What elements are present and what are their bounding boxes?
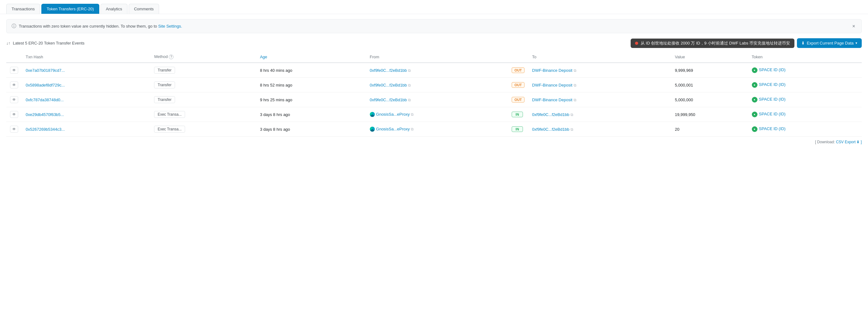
row-eye-button[interactable]: 👁 (10, 82, 18, 88)
from-address-link[interactable]: GnosisSa...eProxy (376, 112, 410, 117)
tooltip-dot (635, 42, 638, 45)
gnosis-icon (370, 112, 375, 117)
tooltip-text: 从 ID 创世地址处接收 2000 万 ID，9 小时前通过 DWF Labs … (641, 40, 790, 46)
token-icon: ● (752, 112, 757, 117)
tabs-bar: TransactionsToken Transfers (ERC-20)Anal… (0, 0, 868, 14)
banner-close-button[interactable]: × (851, 24, 857, 29)
row-eye-button[interactable]: 👁 (10, 96, 18, 103)
col-age[interactable]: Age (256, 51, 366, 63)
to-copy-icon[interactable]: ⧉ (574, 98, 577, 102)
txn-hash-link[interactable]: 0x5267269b5344c3... (26, 127, 65, 132)
token-link[interactable]: SPACE ID (ID) (759, 97, 786, 102)
method-badge: Transfer (154, 67, 175, 74)
row-eye-button[interactable]: 👁 (10, 67, 18, 74)
toolbar-left: ↓↑ Latest 5 ERC-20 Token Transfer Events (6, 41, 85, 46)
from-copy-icon[interactable]: ⧉ (408, 68, 411, 73)
row-value: 5,000,000 (671, 92, 748, 107)
tab-token-transfers[interactable]: Token Transfers (ERC-20) (41, 4, 99, 14)
info-icon: ⓘ (11, 23, 16, 29)
to-copy-icon[interactable]: ⧉ (570, 113, 574, 117)
footer-prefix: [ Download: (815, 140, 835, 144)
col-token: Token (748, 51, 862, 63)
row-value: 19,999,950 (671, 107, 748, 122)
to-address-link[interactable]: 0xf9fe0C...f2eBd1bb (532, 112, 569, 117)
from-address-link[interactable]: 0xf9fe0C...f2eBd1bb (370, 97, 407, 102)
token-icon: ● (752, 126, 757, 132)
export-button[interactable]: ⬇ Export Current Page Data ▾ (797, 38, 862, 48)
direction-badge: OUT (512, 67, 525, 73)
banner-content: ⓘ Transactions with zero token value are… (11, 23, 182, 29)
table-title: Latest 5 ERC-20 Token Transfer Events (13, 41, 85, 46)
method-badge: Exec Transa... (154, 126, 185, 133)
method-help-icon[interactable]: ? (169, 55, 174, 59)
table-row: 👁0xfc787da38748d0...Transfer9 hrs 25 min… (6, 92, 862, 107)
row-eye-button[interactable]: 👁 (10, 111, 18, 118)
row-age: 3 days 8 hrs ago (256, 122, 366, 137)
token-link[interactable]: SPACE ID (ID) (759, 82, 786, 87)
row-age: 3 days 8 hrs ago (256, 107, 366, 122)
to-address-link[interactable]: DWF-Binance Deposit (532, 83, 572, 87)
tab-comments[interactable]: Comments (129, 4, 159, 14)
toolbar-right: 从 ID 创世地址处接收 2000 万 ID，9 小时前通过 DWF Labs … (631, 38, 862, 48)
table-row: 👁0x5267269b5344c3...Exec Transa...3 days… (6, 122, 862, 137)
banner-main-text: Transactions with zero token value are c… (19, 24, 158, 29)
token-link[interactable]: SPACE ID (ID) (759, 112, 786, 116)
table-footer: [ Download: CSV Export ⬇ ] (0, 137, 868, 147)
table-row: 👁0x5898adef8df729c...Transfer8 hrs 52 mi… (6, 78, 862, 92)
csv-export-link[interactable]: CSV Export ⬇ ] (836, 140, 862, 144)
col-from: From (366, 51, 508, 63)
tab-analytics[interactable]: Analytics (100, 4, 127, 14)
txn-hash-link[interactable]: 0xe7a07b01879cd7... (26, 68, 65, 73)
site-settings-link[interactable]: Site Settings. (158, 24, 182, 29)
method-badge: Transfer (154, 82, 175, 88)
to-copy-icon[interactable]: ⧉ (570, 127, 574, 132)
txn-hash-link[interactable]: 0xfc787da38748d0... (26, 97, 64, 102)
from-copy-icon[interactable]: ⧉ (411, 112, 414, 117)
direction-badge: IN (512, 112, 523, 117)
col-method: Method ? (150, 51, 256, 63)
direction-badge: OUT (512, 82, 525, 88)
export-chevron-icon: ▾ (856, 41, 857, 45)
col-value: Value (671, 51, 748, 63)
token-icon: ● (752, 67, 757, 73)
row-age: 9 hrs 25 mins ago (256, 92, 366, 107)
csv-download-icon: ⬇ ] (857, 140, 862, 144)
to-address-link[interactable]: 0xf9fe0C...f2eBd1bb (532, 127, 569, 132)
row-eye-button[interactable]: 👁 (10, 126, 18, 133)
from-copy-icon[interactable]: ⧉ (408, 83, 411, 87)
direction-badge: IN (512, 126, 523, 132)
from-copy-icon[interactable]: ⧉ (408, 98, 411, 102)
to-address-link[interactable]: DWF-Binance Deposit (532, 97, 572, 102)
txn-hash-link[interactable]: 0x5898adef8df729c... (26, 83, 65, 87)
from-address-link[interactable]: 0xf9fe0C...f2eBd1bb (370, 68, 407, 73)
col-eye (6, 51, 22, 63)
from-address-link[interactable]: GnosisSa...eProxy (376, 127, 410, 131)
txn-hash-link[interactable]: 0xe29db4570f63b5... (26, 112, 64, 117)
row-age: 8 hrs 40 mins ago (256, 63, 366, 78)
export-label: Export Current Page Data (807, 41, 854, 46)
from-copy-icon[interactable]: ⧉ (411, 127, 414, 131)
info-banner: ⓘ Transactions with zero token value are… (6, 19, 862, 33)
banner-text: Transactions with zero token value are c… (19, 24, 182, 29)
tab-transactions[interactable]: Transactions (6, 4, 40, 14)
to-copy-icon[interactable]: ⧉ (574, 68, 577, 73)
row-value: 9,999,969 (671, 63, 748, 78)
token-link[interactable]: SPACE ID (ID) (759, 126, 786, 131)
token-transfers-table: Txn Hash Method ? Age From To Value Toke… (6, 51, 862, 137)
method-badge: Exec Transa... (154, 111, 185, 118)
csv-label: CSV Export (836, 140, 856, 144)
row-value: 20 (671, 122, 748, 137)
to-copy-icon[interactable]: ⧉ (574, 83, 577, 87)
row-age: 8 hrs 52 mins ago (256, 78, 366, 92)
from-address-link[interactable]: 0xf9fe0C...f2eBd1bb (370, 83, 407, 87)
export-icon: ⬇ (801, 41, 805, 46)
sort-icon: ↓↑ (6, 41, 10, 46)
token-icon: ● (752, 97, 757, 103)
token-icon: ● (752, 82, 757, 88)
row-value: 5,000,001 (671, 78, 748, 92)
method-badge: Transfer (154, 96, 175, 103)
token-link[interactable]: SPACE ID (ID) (759, 67, 786, 72)
col-txn-hash: Txn Hash (22, 51, 150, 63)
to-address-link[interactable]: DWF-Binance Deposit (532, 68, 572, 73)
table-row: 👁0xe29db4570f63b5...Exec Transa...3 days… (6, 107, 862, 122)
